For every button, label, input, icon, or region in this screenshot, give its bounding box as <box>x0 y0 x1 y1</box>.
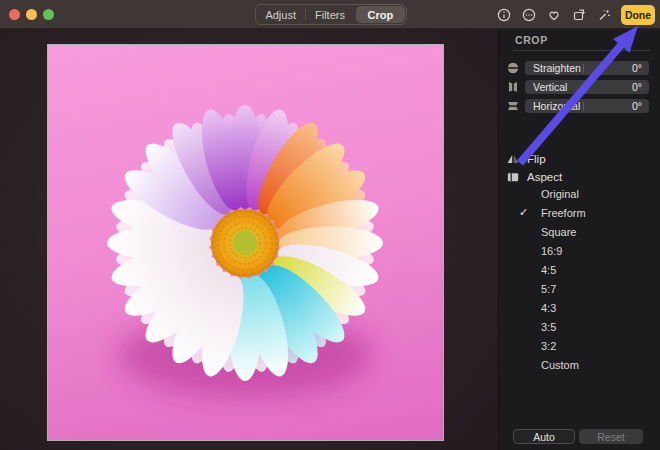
aspect-label: Aspect <box>527 171 562 183</box>
favorite-heart-icon <box>547 8 561 22</box>
horizontal-label: Horizontal <box>525 100 632 112</box>
horizontal-value: 0° <box>632 100 649 112</box>
flip-button[interactable]: Flip <box>499 152 660 166</box>
vertical-slider[interactable]: Vertical 0° <box>525 80 649 94</box>
flip-icon <box>506 152 520 166</box>
aspect-option-4-5[interactable]: 4:5 <box>499 263 660 277</box>
aspect-option-custom[interactable]: Custom <box>499 358 660 372</box>
traffic-lights <box>9 9 54 20</box>
toolbar-actions: Done <box>491 0 655 29</box>
vertical-perspective-icon <box>506 80 520 94</box>
favorite-button[interactable] <box>541 4 566 26</box>
toolbar: Adjust Filters Crop <box>0 0 660 29</box>
crop-handle-top-left[interactable] <box>48 45 66 63</box>
straighten-slider[interactable]: Straighten 0° <box>525 61 649 75</box>
crop-handle-bottom-right[interactable] <box>425 422 443 440</box>
tab-crop[interactable]: Crop <box>356 6 405 23</box>
crop-panel-title: CROP <box>515 34 548 46</box>
aspect-option-freeform[interactable]: ✓ Freeform <box>499 206 660 220</box>
zoom-button[interactable] <box>43 9 54 20</box>
done-button[interactable]: Done <box>621 5 655 25</box>
crop-handle-top-right[interactable] <box>425 45 443 63</box>
vertical-value: 0° <box>632 81 649 93</box>
flower-image <box>48 45 443 440</box>
straighten-label: Straighten <box>525 62 632 74</box>
edit-mode-tabs: Adjust Filters Crop <box>255 4 407 25</box>
auto-button[interactable]: Auto <box>513 429 575 444</box>
edit-canvas <box>0 29 498 450</box>
straighten-value: 0° <box>632 62 649 74</box>
option-label: Custom <box>541 359 579 371</box>
info-icon <box>497 8 511 22</box>
reset-button[interactable]: Reset <box>579 429 643 444</box>
minimize-button[interactable] <box>26 9 37 20</box>
slider-separator <box>583 83 584 92</box>
aspect-option-5-7[interactable]: 5:7 <box>499 282 660 296</box>
option-label: 4:5 <box>541 264 556 276</box>
info-button[interactable] <box>491 4 516 26</box>
photo-crop-area[interactable] <box>48 45 443 440</box>
divider <box>513 50 650 51</box>
aspect-button[interactable]: Aspect <box>499 170 660 184</box>
close-button[interactable] <box>9 9 20 20</box>
option-label: 4:3 <box>541 302 556 314</box>
aspect-option-original[interactable]: Original <box>499 187 660 201</box>
more-button[interactable] <box>516 4 541 26</box>
aspect-option-4-3[interactable]: 4:3 <box>499 301 660 315</box>
straighten-row: Straighten 0° <box>499 61 660 75</box>
option-label: 3:2 <box>541 340 556 352</box>
horizontal-perspective-icon <box>506 99 520 113</box>
auto-enhance-button[interactable] <box>591 4 616 26</box>
flip-label: Flip <box>527 153 546 165</box>
tab-adjust[interactable]: Adjust <box>256 5 305 24</box>
vertical-label: Vertical <box>525 81 632 93</box>
rotate-icon <box>572 8 586 22</box>
rotate-button[interactable] <box>566 4 591 26</box>
aspect-option-3-5[interactable]: 3:5 <box>499 320 660 334</box>
option-label: 16:9 <box>541 245 562 257</box>
straighten-dial-icon <box>506 61 520 75</box>
tab-filters[interactable]: Filters <box>305 5 354 24</box>
more-icon <box>522 8 536 22</box>
slider-separator <box>583 102 584 111</box>
aspect-option-square[interactable]: Square <box>499 225 660 239</box>
option-label: 5:7 <box>541 283 556 295</box>
auto-enhance-wand-icon <box>597 8 611 22</box>
checkmark-icon: ✓ <box>519 206 528 219</box>
crop-handle-bottom-left[interactable] <box>48 422 66 440</box>
slider-separator <box>583 64 584 73</box>
option-label: Original <box>541 188 579 200</box>
horizontal-slider[interactable]: Horizontal 0° <box>525 99 649 113</box>
crop-sidebar: CROP Straighten 0° Vertical 0° <box>498 29 660 450</box>
option-label: Square <box>541 226 576 238</box>
horizontal-row: Horizontal 0° <box>499 99 660 113</box>
aspect-icon <box>506 170 520 184</box>
aspect-option-3-2[interactable]: 3:2 <box>499 339 660 353</box>
option-label: 3:5 <box>541 321 556 333</box>
vertical-row: Vertical 0° <box>499 80 660 94</box>
option-label: Freeform <box>541 207 586 219</box>
aspect-option-16-9[interactable]: 16:9 <box>499 244 660 258</box>
